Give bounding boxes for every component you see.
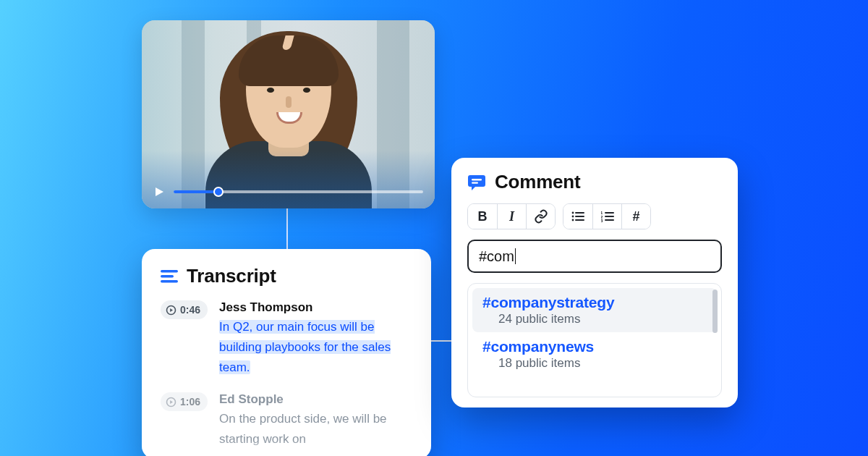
transcript-lines-icon (161, 269, 178, 284)
speaker-name: Ed Stopple (219, 392, 412, 407)
scrollbar-thumb[interactable] (712, 290, 718, 333)
comment-input-value: #com (479, 248, 514, 265)
svg-rect-6 (472, 182, 478, 183)
comment-title: Comment (495, 171, 581, 193)
bullet-list-button[interactable] (563, 204, 592, 229)
comment-bubble-icon (467, 173, 486, 192)
format-toolbar: B I (467, 203, 722, 229)
video-progress-thumb[interactable] (213, 187, 224, 197)
svg-rect-1 (161, 275, 174, 277)
svg-rect-2 (161, 280, 178, 282)
transcript-text[interactable]: In Q2, our main focus will be building p… (219, 317, 412, 378)
video-progress-track[interactable] (174, 190, 423, 193)
svg-text:3: 3 (601, 219, 603, 222)
numbered-list-button[interactable]: 1 2 3 (592, 204, 621, 229)
timestamp-value: 0:46 (180, 304, 200, 316)
hashtag-button[interactable]: # (621, 204, 650, 229)
comment-input[interactable]: #com (467, 240, 722, 273)
italic-button[interactable]: I (497, 204, 526, 229)
connector-line (286, 208, 288, 249)
fade-overlay (469, 381, 711, 395)
text-cursor (515, 248, 516, 264)
bold-button[interactable]: B (468, 204, 497, 229)
timestamp-value: 1:06 (180, 396, 200, 408)
video-player[interactable] (142, 20, 435, 208)
tag-suggestions: #companystrategy 24 public items #compan… (467, 283, 722, 397)
fade-overlay (142, 440, 431, 456)
svg-rect-0 (161, 270, 178, 272)
svg-rect-5 (472, 179, 482, 180)
link-button[interactable] (526, 204, 555, 229)
svg-point-11 (572, 219, 574, 221)
stage: Transcript 0:46 Jess Thompson In Q2, our… (0, 0, 868, 456)
tag-name: #companynews (482, 338, 707, 355)
transcript-panel: Transcript 0:46 Jess Thompson In Q2, our… (142, 249, 431, 456)
svg-point-9 (572, 216, 574, 218)
svg-point-7 (572, 212, 574, 214)
timestamp-chip[interactable]: 0:46 (161, 300, 208, 319)
timestamp-chip[interactable]: 1:06 (161, 392, 208, 411)
tag-name: #companystrategy (482, 294, 707, 311)
tag-meta: 18 public items (498, 356, 707, 371)
speaker-name: Jess Thompson (219, 300, 412, 315)
comment-panel: Comment B I (451, 158, 738, 408)
video-controls (153, 185, 423, 198)
transcript-title: Transcript (187, 265, 276, 287)
play-icon[interactable] (153, 186, 165, 198)
transcript-entry: 0:46 Jess Thompson In Q2, our main focus… (161, 300, 412, 378)
tag-suggestion-item[interactable]: #companynews 18 public items (472, 332, 717, 376)
video-gradient-overlay (142, 151, 435, 208)
tag-meta: 24 public items (498, 312, 707, 326)
tag-suggestion-item[interactable]: #companystrategy 24 public items (472, 288, 717, 332)
